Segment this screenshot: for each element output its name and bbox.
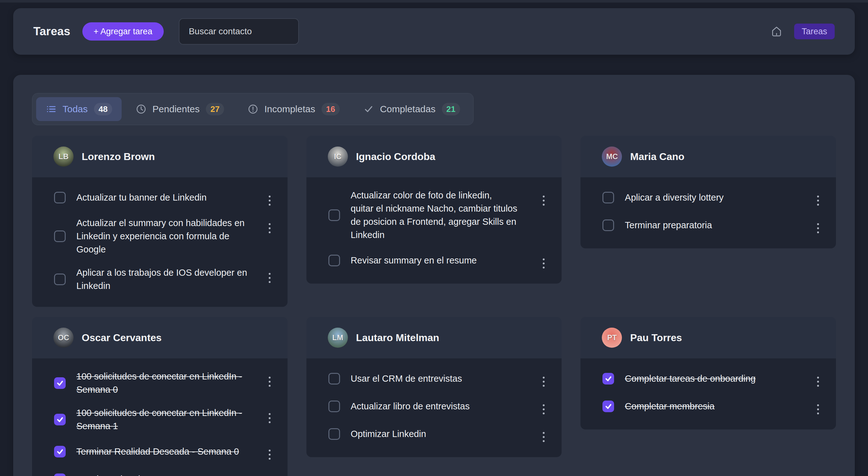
task-list: Actualizar color de foto de linkedin, qu…: [306, 177, 562, 284]
task-checkbox[interactable]: [54, 192, 66, 203]
task-row: Terminar preparatoria: [602, 211, 822, 239]
task-list: Usar el CRM de entrevistas Actualizar li…: [306, 358, 562, 457]
task-label: Actualizar tu banner de Linkedin: [76, 191, 255, 204]
tab-count-badge: 16: [321, 103, 340, 115]
task-list: Completar tareas de onboarding Completar…: [581, 358, 836, 429]
task-row: Actualizar color de foto de linkedin, qu…: [329, 184, 548, 246]
kebab-menu-icon[interactable]: [266, 377, 273, 387]
kebab-menu-icon[interactable]: [266, 273, 273, 283]
alert-circle-icon: [247, 103, 259, 115]
task-checkbox[interactable]: [602, 219, 614, 231]
tab-completadas[interactable]: Completadas 21: [353, 97, 469, 121]
contact-name: Oscar Cervantes: [82, 332, 161, 344]
avatar: PT: [602, 328, 622, 348]
topbar: Tareas + Agregar tarea Tareas: [13, 8, 855, 55]
task-row: Usar el CRM de entrevistas: [329, 365, 548, 392]
kebab-menu-icon[interactable]: [540, 404, 547, 414]
task-label: 100 solicitudes de conectar en LinkedIn …: [76, 370, 255, 396]
task-row: Actualizar libro de entrevistas: [329, 392, 548, 420]
task-label: Actualizar color de foto de linkedin, qu…: [351, 189, 530, 241]
task-label: 100 solicitudes de conectar en LinkedIn …: [76, 406, 255, 433]
page-title: Tareas: [33, 25, 70, 38]
task-row: Terminar Plan de Carrera - Semana 1: [54, 465, 273, 476]
task-label: Revisar summary en el resume: [351, 254, 530, 267]
tab-pendientes[interactable]: Pendientes 27: [126, 97, 234, 121]
search-contact-input[interactable]: [179, 18, 299, 44]
contact-card-header: OC Oscar Cervantes: [32, 317, 287, 358]
kebab-menu-icon[interactable]: [814, 377, 822, 387]
contact-card: PT Pau Torres Completar tareas de onboar…: [581, 317, 836, 429]
task-label: Completar tareas de onboarding: [625, 372, 804, 385]
task-checkbox[interactable]: [329, 209, 340, 221]
contact-card-header: PT Pau Torres: [581, 317, 836, 358]
kebab-menu-icon[interactable]: [540, 377, 547, 387]
task-checkbox[interactable]: [54, 231, 66, 242]
task-label: Terminar preparatoria: [625, 218, 804, 232]
home-icon[interactable]: [770, 25, 783, 38]
task-checkbox[interactable]: [602, 373, 614, 385]
task-label: Actualizar el summary con habilidades en…: [76, 216, 255, 256]
task-row: Optimizar Linkedin: [329, 420, 548, 448]
tab-todas[interactable]: Todas 48: [36, 97, 122, 121]
task-checkbox[interactable]: [54, 414, 66, 425]
task-checkbox[interactable]: [329, 255, 340, 266]
kebab-menu-icon[interactable]: [266, 196, 273, 206]
kebab-menu-icon[interactable]: [266, 223, 273, 233]
contact-card: IC Ignacio Cordoba Actualizar color de f…: [306, 136, 562, 284]
task-label: Aplicar a diversity lottery: [625, 191, 804, 204]
nav-tareas-badge[interactable]: Tareas: [794, 24, 835, 39]
tabs-bar: Todas 48 Pendientes 27: [32, 93, 474, 125]
task-row: 100 solicitudes de conectar en LinkedIn …: [54, 365, 273, 401]
kebab-menu-icon[interactable]: [540, 259, 547, 268]
contact-name: Lautaro Mitelman: [356, 332, 439, 344]
task-row: Revisar summary en el resume: [329, 246, 548, 274]
kebab-menu-icon[interactable]: [814, 404, 822, 414]
list-icon: [45, 103, 57, 115]
tasks-panel: Todas 48 Pendientes 27: [13, 75, 855, 476]
clock-icon: [135, 103, 147, 115]
tab-count-badge: 27: [206, 103, 224, 115]
task-row: Aplicar a diversity lottery: [602, 184, 822, 211]
task-list: Aplicar a diversity lottery Terminar pre…: [581, 177, 836, 248]
kebab-menu-icon[interactable]: [266, 413, 273, 423]
contact-card: OC Oscar Cervantes 100 solicitudes de co…: [32, 317, 287, 476]
task-checkbox[interactable]: [602, 192, 614, 203]
avatar: LM: [328, 328, 348, 348]
task-label: Completar membresia: [625, 399, 804, 413]
task-checkbox[interactable]: [54, 273, 66, 285]
task-label: Terminar Realidad Deseada - Semana 0: [76, 445, 255, 458]
contact-name: Pau Torres: [630, 332, 682, 344]
contacts-grid: LB Lorenzo Brown Actualizar tu banner de…: [32, 136, 836, 476]
contact-name: Ignacio Cordoba: [356, 151, 435, 162]
avatar: MC: [602, 147, 622, 167]
kebab-menu-icon[interactable]: [814, 196, 822, 206]
task-checkbox[interactable]: [54, 446, 66, 457]
contact-card: MC Maria Cano Aplicar a diversity lotter…: [581, 136, 836, 248]
avatar: OC: [54, 328, 73, 348]
kebab-menu-icon[interactable]: [540, 432, 547, 442]
kebab-menu-icon[interactable]: [266, 450, 273, 460]
contact-card: LM Lautaro Mitelman Usar el CRM de entre…: [306, 317, 562, 457]
tab-count-badge: 48: [94, 103, 112, 115]
task-checkbox[interactable]: [54, 377, 66, 389]
task-checkbox[interactable]: [329, 373, 340, 385]
task-row: Actualizar tu banner de Linkedin: [54, 184, 273, 211]
task-checkbox[interactable]: [602, 400, 614, 412]
task-checkbox[interactable]: [329, 428, 340, 440]
task-checkbox[interactable]: [54, 474, 66, 476]
contact-card-header: LM Lautaro Mitelman: [306, 317, 562, 358]
task-list: Actualizar tu banner de Linkedin Actuali…: [32, 177, 287, 307]
task-checkbox[interactable]: [329, 400, 340, 412]
task-list: 100 solicitudes de conectar en LinkedIn …: [32, 358, 287, 476]
contact-card-header: LB Lorenzo Brown: [32, 136, 287, 177]
contact-card: LB Lorenzo Brown Actualizar tu banner de…: [32, 136, 287, 307]
task-row: Actualizar el summary con habilidades en…: [54, 211, 273, 261]
kebab-menu-icon[interactable]: [540, 196, 547, 206]
kebab-menu-icon[interactable]: [814, 223, 822, 233]
add-task-button[interactable]: + Agregar tarea: [82, 22, 164, 40]
task-row: Completar membresia: [602, 392, 822, 420]
avatar: LB: [54, 147, 73, 167]
task-row: Completar tareas de onboarding: [602, 365, 822, 392]
tab-incompletas[interactable]: Incompletas 16: [238, 97, 349, 121]
task-row: 100 solicitudes de conectar en LinkedIn …: [54, 401, 273, 438]
